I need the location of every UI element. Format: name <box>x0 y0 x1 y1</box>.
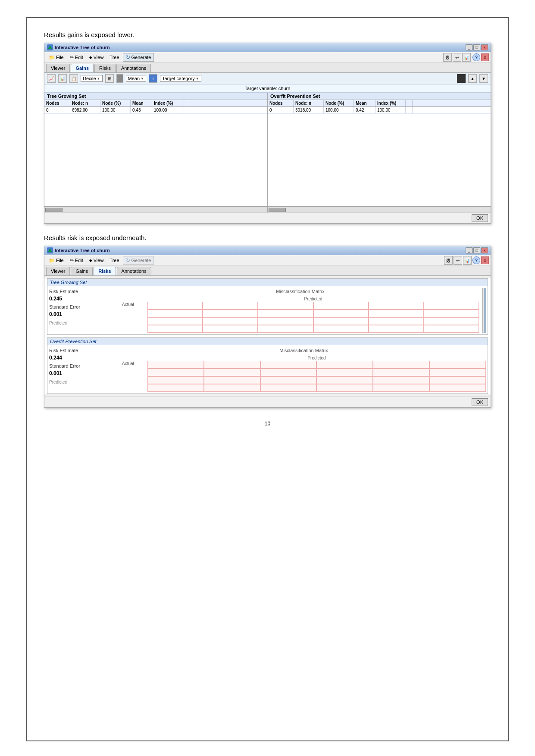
file-icon-1: 📁 <box>49 55 55 60</box>
col-scroll-1 <box>182 100 189 106</box>
menu-view-1[interactable]: ◆ View <box>87 54 106 61</box>
titlebar-1: 🌲 Interactive Tree of churn _ □ x <box>44 43 491 52</box>
hscroll-right-1 <box>268 206 491 212</box>
risk-left-2: Risk Estimate 0.244 Standard Error 0.001… <box>49 347 118 392</box>
ok-btn-1[interactable]: OK <box>472 214 488 222</box>
close-btn-1[interactable]: x <box>481 44 488 50</box>
target-dropdown[interactable]: Target category ▼ <box>160 75 201 82</box>
col-noden-1: Node: n <box>70 100 100 106</box>
options-bar-1: 📈 📊 📋 Decile ▼ ⊞ Mean ▼ T Target categor… <box>44 73 491 84</box>
mc2-cell-13 <box>260 361 317 369</box>
menu-generate-2[interactable]: ↻ Generate <box>123 256 154 265</box>
mc-cell-16 <box>424 302 479 309</box>
risk-right-2: Misclassification Matrix Predicted Actua… <box>122 347 486 392</box>
close-x-btn-2[interactable]: x <box>481 256 489 264</box>
tab-risks-2[interactable]: Risks <box>94 267 116 275</box>
predicted-header-1: Predicted <box>147 296 479 302</box>
mean-dropdown[interactable]: Mean ▼ <box>126 75 146 82</box>
hscrollbar-left-1[interactable] <box>44 206 267 212</box>
actual-label-2 <box>122 355 147 361</box>
toolbar-icon-r1[interactable]: 🖼 <box>444 256 453 265</box>
std-error-value-1: 0.001 <box>49 310 118 319</box>
hscrollbar-right-1[interactable] <box>268 206 491 212</box>
mc2-cell-23 <box>260 369 317 376</box>
bar-icon-1[interactable] <box>116 74 123 83</box>
tab-gains-2[interactable]: Gains <box>71 267 93 275</box>
cell-index-1: 100.00 <box>152 107 182 113</box>
risk-overfit-section: Overfit Prevention Set Risk Estimate 0.2… <box>47 337 488 394</box>
view-icon-1: ◆ <box>89 55 92 59</box>
tabs-bar-2: Viewer Gains Risks Annotations <box>44 266 491 276</box>
hscroll-area-1 <box>44 206 491 212</box>
predicted-sub-2: Predicted <box>49 380 118 384</box>
menu-edit-2[interactable]: ✏ Edit <box>67 257 86 264</box>
help-btn-1[interactable]: ? <box>472 53 480 61</box>
help-btn-2[interactable]: ? <box>472 256 480 264</box>
col-index-1: Index (%) <box>152 100 182 106</box>
toolbar-icon-r3[interactable]: 📊 <box>463 256 472 265</box>
actual-label-1 <box>122 296 147 302</box>
mc-cell-34 <box>313 317 369 325</box>
toolbar-icon-r2[interactable]: ↩ <box>454 256 462 265</box>
risk-overfit-body: Risk Estimate 0.244 Standard Error 0.001… <box>47 345 488 394</box>
tab-viewer-2[interactable]: Viewer <box>46 267 70 275</box>
risk-left-1: Risk Estimate 0.245 Standard Error 0.001… <box>49 288 118 333</box>
decile-dropdown[interactable]: Decile ▼ <box>81 75 103 82</box>
gains-window: 🌲 Interactive Tree of churn _ □ x 📁 File… <box>44 43 491 224</box>
edit-icon-2: ✏ <box>70 258 74 263</box>
mc2-cell-41 <box>147 384 204 392</box>
maximize-btn-1[interactable]: □ <box>473 44 480 50</box>
tab-risks-1[interactable]: Risks <box>94 64 116 72</box>
mc-empty-1 <box>122 309 147 317</box>
cell-nodes-2: 0 <box>268 107 294 113</box>
menu-tree-2[interactable]: Tree <box>107 257 122 264</box>
misclass-header-2: Misclassification Matrix <box>122 347 486 354</box>
menu-generate-1[interactable]: ↻ Generate <box>123 53 154 62</box>
close-x-btn-1[interactable]: x <box>481 53 489 61</box>
col-noden-2: Node: n <box>294 100 324 106</box>
section2-label: Results risk is exposed underneath. <box>44 234 491 241</box>
tab-gains-1[interactable]: Gains <box>71 64 94 72</box>
risk-estimate-label-2: Risk Estimate <box>49 347 118 354</box>
cell-noden-1: 6982.00 <box>70 107 100 113</box>
target-icon-1[interactable]: T <box>149 74 157 83</box>
cell-mean-1: 0.43 <box>131 107 152 113</box>
std-error-label-1: Standard Error <box>49 303 118 310</box>
toolbar-icon-1[interactable]: 🖼 <box>443 53 452 62</box>
menu-file-1[interactable]: 📁 File <box>46 54 66 61</box>
hscrollbar-thumb-right-1[interactable] <box>269 208 286 212</box>
tree-growing-body: 0 6982.00 100.00 0.43 100.00 <box>44 107 267 206</box>
tab-annotations-1[interactable]: Annotations <box>116 64 151 72</box>
minimize-btn-2[interactable]: _ <box>466 247 472 253</box>
maximize-btn-2[interactable]: □ <box>473 247 480 253</box>
ok-btn-2[interactable]: OK <box>472 398 488 406</box>
overfit-body: 0 3018.00 100.00 0.42 100.00 <box>268 107 491 206</box>
minimize-btn-1[interactable]: _ <box>466 44 472 50</box>
up-arrow-1[interactable]: ▲ <box>468 74 477 83</box>
col-index-2: Index (%) <box>375 100 406 106</box>
chart-icon-1[interactable]: 📈 <box>47 74 56 83</box>
menu-tree-1[interactable]: Tree <box>107 54 122 61</box>
toolbar-icon-2[interactable]: ↩ <box>453 53 461 62</box>
hscrollbar-thumb-left-1[interactable] <box>45 208 63 212</box>
chart-icon-3[interactable]: 📋 <box>69 74 78 83</box>
col-nodes-2: Nodes <box>268 100 294 106</box>
mc-empty-2 <box>122 317 147 325</box>
mc2-cell-44 <box>316 384 373 392</box>
dn-arrow-1[interactable]: ▼ <box>479 74 488 83</box>
close-btn-2[interactable]: x <box>481 247 488 253</box>
mc2-cell-45 <box>373 384 429 392</box>
tab-annotations-2[interactable]: Annotations <box>117 267 151 275</box>
menu-edit-1[interactable]: ✏ Edit <box>67 54 86 61</box>
menu-file-2[interactable]: 📁 File <box>46 257 66 264</box>
menu-view-2[interactable]: ◆ View <box>87 257 106 264</box>
grid-icon-1[interactable]: ⊞ <box>105 74 114 83</box>
risk-overfit-header: Overfit Prevention Set <box>47 338 488 345</box>
chart-icon-2[interactable]: 📊 <box>58 74 67 83</box>
toolbar-icon-3[interactable]: 📊 <box>462 53 471 62</box>
tab-viewer-1[interactable]: Viewer <box>46 64 70 72</box>
mc-empty-3 <box>122 325 147 333</box>
mc-cell-24 <box>313 309 369 317</box>
col-nodepct-2: Node (%) <box>324 100 354 106</box>
window1-footer: OK <box>44 212 491 223</box>
